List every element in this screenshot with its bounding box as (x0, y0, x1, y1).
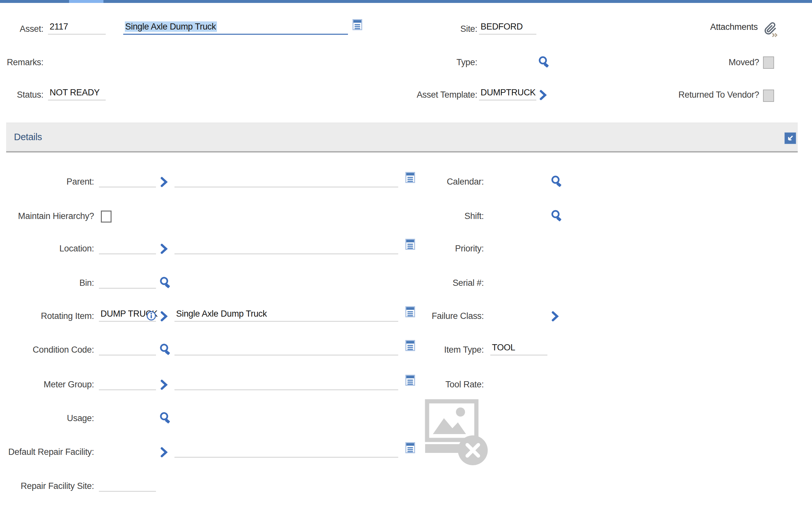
default-repair-facility-description-field[interactable] (175, 443, 398, 458)
paperclip-icon[interactable] (763, 21, 780, 39)
rotating-item-goto-chevron-icon[interactable] (160, 311, 168, 323)
failure-class-input[interactable] (490, 307, 547, 321)
item-type-label: Item Type: (357, 343, 484, 357)
tool-rate-input[interactable] (490, 376, 547, 389)
detail-menu-icon[interactable] (405, 442, 415, 455)
site-field[interactable]: BEDFORD (479, 20, 536, 35)
serial-number-input[interactable] (490, 274, 679, 288)
priority-input[interactable] (490, 240, 518, 253)
type-label: Type: (380, 55, 477, 69)
shift-input[interactable] (490, 207, 547, 221)
asset-form-page: Asset: 2117 Single Axle Dump Truck Site:… (0, 0, 812, 510)
top-accent-bar (0, 0, 812, 3)
maintain-hierarchy-label: Maintain Hierarchy? (0, 209, 94, 223)
site-label: Site: (380, 22, 477, 36)
collapse-section-button[interactable] (784, 132, 796, 144)
usage-input[interactable] (99, 409, 154, 423)
asset-label: Asset: (0, 22, 43, 36)
bin-magnifier-icon[interactable] (159, 276, 173, 291)
rotating-item-label: Rotating Item: (0, 309, 94, 323)
moved-label: Moved? (662, 55, 759, 69)
asset-description-input[interactable]: Single Axle Dump Truck (123, 20, 348, 35)
condition-code-label: Condition Code: (0, 343, 94, 357)
failure-class-label: Failure Class: (357, 309, 484, 323)
asset-template-field[interactable]: DUMPTRUCK (479, 86, 536, 101)
moved-checkbox[interactable] (763, 56, 774, 69)
detail-menu-icon[interactable] (353, 19, 362, 31)
details-section-header[interactable]: Details (6, 123, 798, 152)
remarks-label: Remarks: (0, 55, 43, 69)
default-repair-facility-label: Default Repair Facility: (0, 445, 94, 459)
usage-magnifier-icon[interactable] (159, 412, 173, 427)
default-repair-facility-input[interactable] (99, 443, 154, 457)
shift-magnifier-icon[interactable] (550, 209, 564, 225)
returned-to-vendor-checkbox[interactable] (763, 89, 774, 102)
priority-label: Priority: (357, 242, 484, 255)
calendar-input[interactable] (490, 173, 547, 187)
parent-field[interactable] (99, 173, 156, 188)
failure-class-goto-chevron-icon[interactable] (551, 311, 559, 323)
details-section-title: Details (14, 123, 42, 151)
bin-label: Bin: (0, 276, 94, 290)
location-field[interactable] (99, 240, 156, 254)
serial-number-label: Serial #: (357, 276, 484, 290)
repair-facility-site-field[interactable] (99, 477, 156, 492)
type-input[interactable] (479, 54, 536, 67)
location-goto-chevron-icon[interactable] (160, 244, 168, 255)
asset-template-label: Asset Template: (364, 88, 477, 102)
broken-image-placeholder-icon (424, 398, 493, 469)
item-type-field[interactable]: TOOL (490, 341, 547, 356)
returned-to-vendor-label: Returned To Vendor? (645, 88, 759, 102)
location-label: Location: (0, 242, 94, 255)
info-icon[interactable] (146, 311, 156, 322)
meter-group-field[interactable] (99, 376, 156, 390)
asset-template-goto-chevron-icon[interactable] (539, 90, 547, 102)
usage-label: Usage: (0, 412, 94, 425)
meter-group-goto-chevron-icon[interactable] (160, 379, 168, 391)
calendar-label: Calendar: (357, 175, 484, 189)
condition-code-field[interactable] (99, 341, 156, 356)
top-accent-highlight (69, 0, 103, 3)
asset-id-field[interactable]: 2117 (48, 20, 106, 35)
status-field[interactable]: NOT READY (48, 86, 106, 101)
remarks-input[interactable] (48, 54, 235, 67)
bin-field[interactable] (99, 274, 156, 289)
tool-rate-label: Tool Rate: (357, 378, 484, 391)
attachments-link[interactable]: Attachments (710, 20, 758, 34)
type-magnifier-icon[interactable] (538, 56, 551, 71)
meter-group-label: Meter Group: (0, 378, 94, 391)
selected-text: Single Axle Dump Truck (125, 21, 217, 32)
status-label: Status: (0, 88, 43, 102)
repair-facility-site-label: Repair Facility Site: (0, 479, 94, 493)
parent-label: Parent: (0, 175, 94, 189)
maintain-hierarchy-checkbox[interactable] (101, 210, 112, 223)
default-repair-facility-goto-chevron-icon[interactable] (160, 447, 168, 459)
condition-code-magnifier-icon[interactable] (159, 343, 173, 358)
parent-goto-chevron-icon[interactable] (160, 177, 168, 189)
shift-label: Shift: (357, 209, 484, 223)
calendar-magnifier-icon[interactable] (550, 175, 564, 190)
